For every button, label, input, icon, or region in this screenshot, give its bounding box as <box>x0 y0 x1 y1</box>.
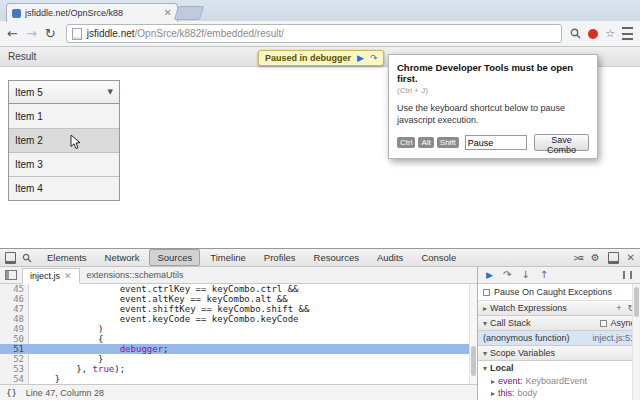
result-label: Result <box>8 51 36 62</box>
devtools-tab-console[interactable]: Console <box>413 249 464 266</box>
debugger-sidebar: ▶ ↷ ↓ ↑ Pause On Caught Exceptions ▸ Wat… <box>478 267 640 400</box>
variable-name: event: <box>498 376 523 386</box>
scope-variable[interactable]: ▸this:body <box>478 387 640 399</box>
mouse-cursor <box>70 135 82 150</box>
async-toggle[interactable]: Async <box>600 318 635 328</box>
inspect-element-icon[interactable] <box>22 253 32 263</box>
code-text: event.shiftKey == keyCombo.shift && <box>29 304 309 314</box>
select-option[interactable]: Item 3 <box>9 152 119 176</box>
pause-key-input[interactable] <box>465 135 527 150</box>
chevron-down-icon: ▼ <box>108 88 113 96</box>
browser-tab[interactable]: jsfiddle.net/OpnSrce/k88 ✕ <box>6 3 178 22</box>
address-bar[interactable]: jsfiddle.net /OpnSrce/k882f/embedded/res… <box>66 24 562 43</box>
line-number[interactable]: 47 <box>0 304 29 314</box>
devtools-tab-audits[interactable]: Audits <box>369 249 411 266</box>
select-option-list: Item 1Item 2Item 3Item 4 <box>8 104 120 201</box>
pause-on-caught-row[interactable]: Pause On Caught Exceptions <box>478 284 640 301</box>
devtools-left-icons <box>5 252 32 264</box>
search-icon[interactable] <box>570 28 581 39</box>
console-drawer-icon[interactable]: >≡ <box>574 253 583 263</box>
expanded-arrow-icon: ▾ <box>483 349 487 358</box>
select-option[interactable]: Item 1 <box>9 104 119 128</box>
bookmark-star-icon[interactable]: ☆ <box>605 28 615 39</box>
call-stack-section[interactable]: ▾ Call Stack Async <box>478 316 640 331</box>
line-number[interactable]: 51 <box>0 344 29 354</box>
scope-variable-list: ▸event:KeyboardEvent▸this:body <box>478 375 640 399</box>
collapsed-arrow-icon[interactable]: ▸ <box>491 389 495 398</box>
pretty-print-icon[interactable]: {} <box>6 388 17 398</box>
code-editor[interactable]: 45 event.ctrlKey == keyCombo.ctrl &&46 e… <box>0 284 477 384</box>
variable-value: body <box>518 388 538 398</box>
resume-icon[interactable]: ▶ <box>486 271 493 280</box>
code-line-47: 47 event.shiftKey == keyCombo.shift && <box>0 304 477 314</box>
extension-badge-icon[interactable] <box>588 29 598 39</box>
add-watch-icon[interactable]: + <box>616 303 621 313</box>
variable-value: KeyboardEvent <box>526 376 588 386</box>
dock-toggle-icon[interactable] <box>5 252 16 264</box>
line-number[interactable]: 52 <box>0 354 29 364</box>
line-number[interactable]: 54 <box>0 374 29 384</box>
scope-variable[interactable]: ▸event:KeyboardEvent <box>478 375 640 387</box>
async-checkbox[interactable] <box>600 320 607 327</box>
sources-editor-pane: inject.js✕extensions::schemaUtils 45 eve… <box>0 267 478 400</box>
select-option[interactable]: Item 2 <box>9 128 119 152</box>
devtools-tooltip: Chrome Developer Tools must be open firs… <box>388 54 598 159</box>
chrome-menu-icon[interactable] <box>622 27 633 40</box>
line-number[interactable]: 46 <box>0 294 29 304</box>
devtools-tab-network[interactable]: Network <box>97 249 148 266</box>
call-stack-list: inject.js:51(anonymous function) <box>478 331 640 346</box>
devtools-tab-sources[interactable]: Sources <box>149 249 200 266</box>
devtools-tab-resources[interactable]: Resources <box>306 249 367 266</box>
step-over-icon[interactable]: ↷ <box>503 270 511 280</box>
dock-side-icon[interactable] <box>608 252 619 264</box>
watch-expressions-section[interactable]: ▸ Watch Expressions + ↻ <box>478 301 640 316</box>
devtools-close-icon[interactable]: ✕ <box>627 253 635 263</box>
navigator-panel-icon[interactable] <box>5 270 17 280</box>
new-tab-button[interactable] <box>174 6 205 20</box>
devtools-main: inject.js✕extensions::schemaUtils 45 eve… <box>0 267 640 400</box>
pause-on-caught-checkbox[interactable] <box>483 289 490 296</box>
code-line-48: 48 event.keyCode == keyCombo.keyCode <box>0 314 477 324</box>
scope-local-section[interactable]: ▾ Local <box>478 361 640 375</box>
resume-script-icon[interactable]: ▶ <box>357 54 364 63</box>
code-text: event.ctrlKey == keyCombo.ctrl && <box>29 284 299 294</box>
line-number[interactable]: 50 <box>0 334 29 344</box>
reload-button[interactable]: ↻ <box>45 27 56 40</box>
file-tab[interactable]: extensions::schemaUtils <box>80 267 191 283</box>
frame-location[interactable]: inject.js:51 <box>592 333 635 343</box>
toolbar-icons: ☆ <box>570 27 633 40</box>
file-tab-close-icon[interactable]: ✕ <box>64 271 72 281</box>
file-tabs: inject.js✕extensions::schemaUtils <box>22 267 191 283</box>
item-select[interactable]: Item 5 ▼ <box>8 80 120 104</box>
tab-close-icon[interactable]: ✕ <box>164 9 172 17</box>
page-icon[interactable] <box>72 28 82 40</box>
devtools-tab-timeline[interactable]: Timeline <box>202 249 254 266</box>
collapsed-arrow-icon[interactable]: ▸ <box>491 377 495 386</box>
code-scrollbar[interactable] <box>469 284 477 384</box>
code-text: debugger; <box>29 344 168 354</box>
paused-in-debugger-banner: Paused in debugger ▶ ↷ <box>258 50 384 66</box>
line-number[interactable]: 49 <box>0 324 29 334</box>
back-button[interactable]: ← <box>7 27 18 40</box>
forward-button[interactable]: → <box>26 27 37 40</box>
modifier-key-badge: Alt <box>418 137 433 148</box>
expanded-arrow-icon: ▾ <box>483 364 487 373</box>
sidebar-scrollbar[interactable] <box>632 284 640 400</box>
file-tab[interactable]: inject.js✕ <box>22 268 80 284</box>
call-stack-frame[interactable]: inject.js:51(anonymous function) <box>478 331 640 346</box>
save-combo-button[interactable]: Save Combo <box>534 134 589 151</box>
scope-variables-section[interactable]: ▾ Scope Variables <box>478 346 640 361</box>
step-out-icon[interactable]: ↑ <box>540 270 548 280</box>
devtools-tab-elements[interactable]: Elements <box>39 249 95 266</box>
line-number[interactable]: 45 <box>0 284 29 294</box>
step-into-icon[interactable]: ↓ <box>521 270 529 280</box>
devtools-tab-profiles[interactable]: Profiles <box>256 249 304 266</box>
pause-on-exceptions-icon[interactable] <box>623 271 632 279</box>
gear-icon[interactable]: ⚙ <box>591 253 600 263</box>
step-over-icon[interactable]: ↷ <box>370 54 378 63</box>
select-option[interactable]: Item 4 <box>9 176 119 200</box>
cursor-position: Line 47, Column 28 <box>26 388 104 398</box>
line-number[interactable]: 48 <box>0 314 29 324</box>
line-number[interactable]: 53 <box>0 364 29 374</box>
url-path: /OpnSrce/k882f/embedded/result/ <box>135 28 285 39</box>
